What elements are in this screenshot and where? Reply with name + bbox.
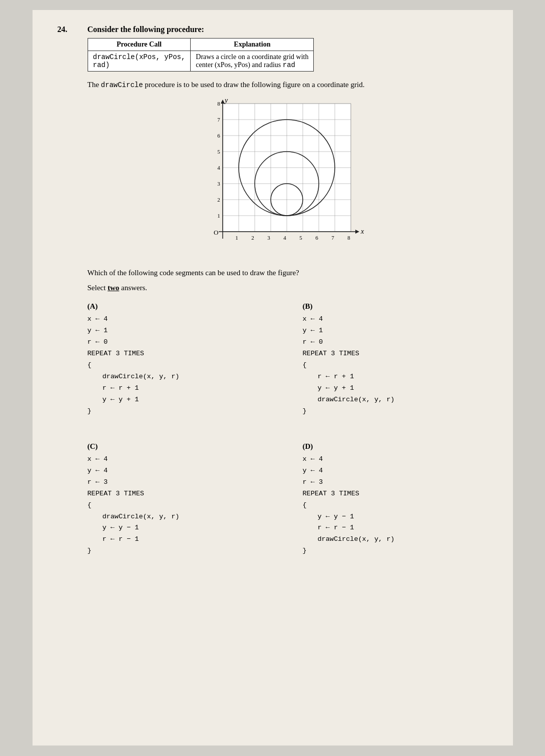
page: 24. Consider the following procedure: Pr… [33,10,513,745]
d-line-5: { [303,500,488,511]
c-line-5: { [88,500,273,511]
y-axis-label: y [224,99,228,104]
table-header-explanation: Explanation [191,39,314,51]
b-line-1: x ← 4 [303,314,488,325]
c-line-1: x ← 4 [88,454,273,465]
option-d-header: (D) [303,442,488,453]
svg-marker-22 [355,230,359,234]
svg-text:7: 7 [331,235,334,241]
svg-text:5: 5 [299,235,302,241]
origin-label: O [214,229,218,236]
graph-container: x y O 1 2 3 4 5 6 7 8 1 [88,99,488,259]
c-line-4: REPEAT 3 TIMES [88,488,273,500]
procedure-call-code: drawCircle(xPos, yPos,rad) [93,53,186,69]
b-line-8: drawCircle(x, y, r) [303,394,488,406]
a-line-4: REPEAT 3 TIMES [88,348,273,360]
svg-text:6: 6 [217,133,220,139]
svg-text:5: 5 [217,149,220,155]
coordinate-graph: x y O 1 2 3 4 5 6 7 8 1 [203,99,373,259]
d-line-4: REPEAT 3 TIMES [303,488,488,500]
c-line-3: r ← 3 [88,477,273,488]
option-d-code: x ← 4 y ← 4 r ← 3 REPEAT 3 TIMES { y ← y… [303,454,488,557]
option-b: (B) x ← 4 y ← 1 r ← 0 REPEAT 3 TIMES { r… [303,302,488,417]
select-label: Select [88,284,108,292]
a-line-3: r ← 0 [88,337,273,348]
b-line-2: y ← 1 [303,325,488,337]
svg-text:7: 7 [217,117,220,123]
question-header: 24. Consider the following procedure: Pr… [58,25,488,557]
table-cell-call: drawCircle(xPos, yPos,rad) [88,51,191,72]
b-line-5: { [303,360,488,371]
b-line-3: r ← 0 [303,337,488,348]
a-line-5: { [88,360,273,371]
question-number: 24. [58,25,78,34]
a-line-8: y ← y + 1 [88,394,273,406]
svg-text:8: 8 [217,101,220,107]
a-line-7: r ← r + 1 [88,383,273,394]
question-text: Which of the following code segments can… [88,267,488,279]
svg-text:3: 3 [267,235,270,241]
a-line-2: y ← 1 [88,325,273,337]
table-header-call: Procedure Call [88,39,191,51]
a-line-1: x ← 4 [88,314,273,325]
option-d: (D) x ← 4 y ← 4 r ← 3 REPEAT 3 TIMES { y… [303,442,488,557]
svg-text:6: 6 [315,235,318,241]
c-line-8: r ← r − 1 [88,534,273,545]
option-a-header: (A) [88,302,273,313]
c-line-7: y ← y − 1 [88,522,273,534]
svg-text:1: 1 [217,213,220,219]
d-line-9: } [303,545,488,557]
svg-text:8: 8 [347,235,350,241]
option-a-code: x ← 4 y ← 1 r ← 0 REPEAT 3 TIMES { drawC… [88,314,273,417]
c-line-9: } [88,545,273,557]
option-c-header: (C) [88,442,273,453]
svg-marker-20 [221,100,225,104]
d-line-8: drawCircle(x, y, r) [303,534,488,545]
option-a-label: (A) [88,302,98,311]
svg-text:2: 2 [251,235,254,241]
option-b-label: (B) [303,302,313,311]
c-line-2: y ← 4 [88,465,273,477]
a-line-9: } [88,406,273,417]
d-line-2: y ← 4 [303,465,488,477]
option-b-header: (B) [303,302,488,313]
d-line-1: x ← 4 [303,454,488,465]
graph-area: x y O 1 2 3 4 5 6 7 8 1 [203,99,373,259]
svg-text:4: 4 [283,235,286,241]
option-b-code: x ← 4 y ← 1 r ← 0 REPEAT 3 TIMES { r ← r… [303,314,488,417]
svg-text:4: 4 [217,165,220,171]
d-line-6: y ← y − 1 [303,511,488,523]
c-line-6: drawCircle(x, y, r) [88,511,273,523]
question-content: Consider the following procedure: Proced… [88,25,488,557]
d-line-7: r ← r − 1 [303,522,488,534]
option-d-label: (D) [303,442,313,451]
explanation-text: Draws a circle on a coordinate grid with… [196,53,308,69]
svg-text:3: 3 [217,181,220,187]
svg-text:1: 1 [235,235,238,241]
b-line-6: r ← r + 1 [303,371,488,383]
b-line-4: REPEAT 3 TIMES [303,348,488,360]
two-label: two [108,284,119,292]
table-cell-explanation: Draws a circle on a coordinate grid with… [191,51,314,72]
option-c-label: (C) [88,442,98,451]
option-a: (A) x ← 4 y ← 1 r ← 0 REPEAT 3 TIMES { d… [88,302,273,417]
option-c-code: x ← 4 y ← 4 r ← 3 REPEAT 3 TIMES { drawC… [88,454,273,557]
select-end: answers. [119,284,147,292]
select-instructions: Select two answers. [88,284,488,292]
option-c: (C) x ← 4 y ← 4 r ← 3 REPEAT 3 TIMES { d… [88,442,273,557]
procedure-table: Procedure Call Explanation drawCircle(xP… [88,38,314,72]
drawcircle-ref: drawCircle [101,81,143,89]
procedure-title: Consider the following procedure: [88,25,488,34]
x-axis-label: x [360,228,364,235]
b-line-7: y ← y + 1 [303,383,488,394]
options-grid: (A) x ← 4 y ← 1 r ← 0 REPEAT 3 TIMES { d… [88,302,488,557]
b-line-9: } [303,406,488,417]
description-text: The drawCircle procedure is to be used t… [88,79,488,91]
svg-text:2: 2 [217,197,220,203]
a-line-6: drawCircle(x, y, r) [88,371,273,383]
d-line-3: r ← 3 [303,477,488,488]
